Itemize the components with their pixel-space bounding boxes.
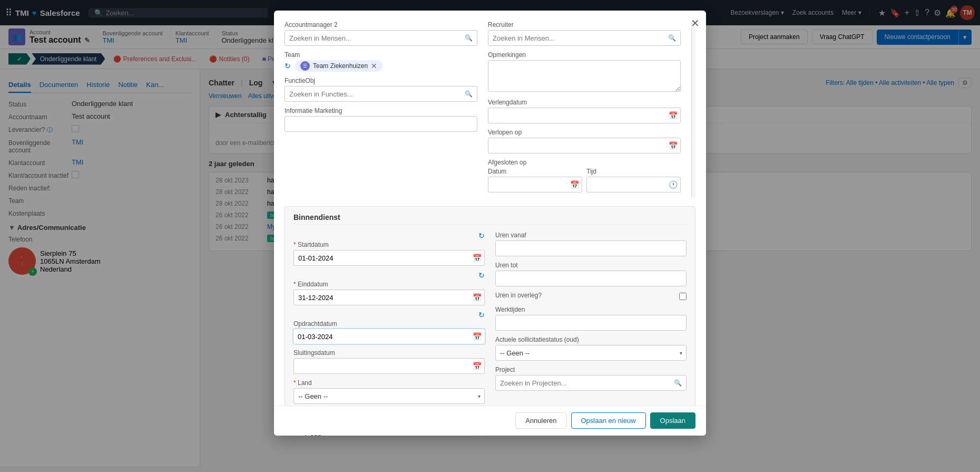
sluitingsdatum-input[interactable] [293, 358, 485, 374]
uren-tot-row: Uren tot [495, 262, 687, 286]
sluitingsdatum-calendar-icon[interactable]: 📅 [473, 362, 482, 370]
opdrachtdatum-row: ↻ Opdrachtdatum 📅 [293, 311, 485, 344]
opmerkingen-input[interactable] [488, 60, 681, 92]
accountmanager2-field: Accountmanager 2 🔍 [285, 21, 477, 46]
uren-vanaf-label: Uren vanaf [495, 232, 687, 239]
verlengdatum-calendar-icon[interactable]: 📅 [669, 111, 678, 120]
afgesloten-tijd-wrapper: 🕐 [586, 177, 681, 192]
uren-tot-input[interactable] [495, 271, 687, 286]
project-input[interactable] [500, 379, 671, 387]
recruiter-field: Recruiter 🔍 [488, 21, 681, 46]
actuele-status-select[interactable]: -- Geen -- [495, 345, 687, 361]
land-select[interactable]: -- Geen -- [293, 388, 485, 404]
accountmanager2-search-icon: 🔍 [465, 34, 473, 42]
team-label: Team [285, 51, 477, 59]
opdrachtdatum-reset-icon[interactable]: ↻ [478, 311, 485, 319]
opdrachtdatum-reset-row: ↻ [293, 311, 485, 319]
accountmanager2-search[interactable]: 🔍 [285, 30, 477, 46]
verlengdatum-label: Verlengdatum [488, 99, 681, 106]
verlopen-op-field: Verlopen op 📅 [488, 129, 681, 153]
team-reset-icon[interactable]: ↻ [285, 62, 291, 70]
afgesloten-datum-input[interactable] [488, 177, 582, 192]
afgesloten-datum-calendar-icon[interactable]: 📅 [570, 180, 579, 189]
binnendienst-section: Binnendienst ↻ Startdatum [285, 206, 695, 436]
accountmanager2-label: Accountmanager 2 [285, 21, 477, 28]
annuleren-button[interactable]: Annuleren [515, 413, 566, 429]
sluitingsdatum-input-wrapper: 📅 [293, 358, 485, 374]
project-search-icon: 🔍 [674, 379, 682, 387]
team-row: ↻ ☰ Team Ziekenhuizen ✕ [285, 60, 477, 72]
uren-overleg-row: Uren in overleg? [495, 292, 687, 301]
opslaan-en-nieuw-button[interactable]: Opslaan en nieuw [571, 413, 646, 429]
team-remove-button[interactable]: ✕ [371, 62, 377, 70]
binnendienst-right: Uren vanaf Uren tot Uren in overleg? [495, 232, 687, 436]
opdrachtdatum-input-wrapper: 📅 [293, 329, 485, 344]
startdatum-label: Startdatum [293, 241, 485, 248]
startdatum-reset-icon[interactable]: ↻ [478, 232, 485, 240]
modal-close-button[interactable]: ✕ [691, 17, 700, 30]
functieobj-input[interactable] [289, 90, 462, 98]
einddatum-reset-row: ↻ [293, 271, 485, 280]
recruiter-search-icon: 🔍 [668, 34, 676, 42]
functieobj-search-icon: 🔍 [465, 90, 473, 98]
verlopen-op-input[interactable] [488, 138, 681, 153]
modal-top-section: Accountmanager 2 🔍 Team ↻ ☰ [285, 21, 695, 198]
einddatum-input[interactable] [293, 290, 485, 305]
functieobj-search[interactable]: 🔍 [285, 86, 477, 102]
startdatum-calendar-icon[interactable]: 📅 [473, 254, 482, 262]
uren-overleg-label: Uren in overleg? [495, 292, 675, 299]
modal-overlay: ✕ Accountmanager 2 🔍 Team [0, 0, 980, 466]
afgesloten-row: Datum 📅 Tijd 🕐 [488, 168, 681, 192]
team-value: Team Ziekenhuizen [313, 62, 368, 70]
werktijden-label: Werktijden [495, 306, 687, 313]
land-row: Land -- Geen -- ▾ [293, 379, 485, 404]
modal-left-col: Accountmanager 2 🔍 Team ↻ ☰ [285, 21, 477, 198]
uren-overleg-checkbox[interactable] [679, 293, 687, 300]
modal-scrollbar [691, 21, 695, 198]
afgesloten-tijd-col: Tijd 🕐 [586, 168, 681, 192]
verlopen-op-label: Verlopen op [488, 129, 681, 136]
afgesloten-op-label: Afgesloten op [488, 159, 681, 166]
opmerkingen-field: Opmerkingen [488, 51, 681, 93]
werktijden-row: Werktijden [495, 306, 687, 331]
actuele-status-label: Actuele sollicitatiestatus (oud) [495, 336, 687, 343]
verlengdatum-field: Verlengdatum 📅 [488, 99, 681, 123]
opmerkingen-label: Opmerkingen [488, 51, 681, 59]
project-search[interactable]: 🔍 [495, 375, 687, 391]
einddatum-reset-icon[interactable]: ↻ [478, 271, 485, 280]
recruiter-search[interactable]: 🔍 [488, 30, 681, 46]
modal-dialog: ✕ Accountmanager 2 🔍 Team [274, 11, 706, 436]
startdatum-row: ↻ Startdatum 📅 [293, 232, 485, 266]
team-field: Team ↻ ☰ Team Ziekenhuizen ✕ [285, 51, 477, 72]
binnendienst-title: Binnendienst [293, 213, 687, 225]
sluitingsdatum-row: Sluitingsdatum 📅 [293, 349, 485, 374]
team-tag: ☰ Team Ziekenhuizen ✕ [295, 60, 383, 72]
verlengdatum-input-wrapper: 📅 [488, 108, 681, 123]
startdatum-col: ↻ Startdatum 📅 [293, 232, 485, 266]
uren-vanaf-input[interactable] [495, 240, 687, 256]
werktijden-input[interactable] [495, 315, 687, 331]
verlopen-op-calendar-icon[interactable]: 📅 [669, 141, 678, 150]
afgesloten-op-field: Afgesloten op Datum 📅 Tijd [488, 159, 681, 192]
datum-label: Datum [488, 168, 582, 175]
verlengdatum-input[interactable] [488, 108, 681, 123]
afgesloten-tijd-input[interactable] [586, 177, 681, 192]
recruiter-input[interactable] [493, 34, 665, 42]
opdrachtdatum-input[interactable] [293, 329, 485, 344]
informatie-marketing-input[interactable] [285, 116, 477, 132]
einddatum-calendar-icon[interactable]: 📅 [473, 293, 482, 302]
informatie-marketing-field: Informatie Marketing [285, 107, 477, 132]
opdrachtdatum-calendar-icon[interactable]: 📅 [473, 332, 482, 341]
functieobj-field: FunctieObj 🔍 [285, 77, 477, 102]
afgesloten-datum-wrapper: 📅 [488, 177, 582, 192]
opslaan-button[interactable]: Opslaan [650, 413, 695, 429]
project-label: Project [495, 366, 687, 373]
startdatum-input[interactable] [293, 250, 485, 266]
afgesloten-tijd-clock-icon[interactable]: 🕐 [669, 180, 678, 189]
binnendienst-left: ↻ Startdatum 📅 [293, 232, 485, 436]
einddatum-row: ↻ Einddatum 📅 [293, 271, 485, 305]
opdrachtdatum-label: Opdrachtdatum [293, 320, 485, 327]
modal-right-col: Recruiter 🔍 Opmerkingen Verlengdatum [488, 21, 681, 198]
accountmanager2-input[interactable] [289, 34, 462, 42]
land-label: Land [293, 379, 485, 387]
